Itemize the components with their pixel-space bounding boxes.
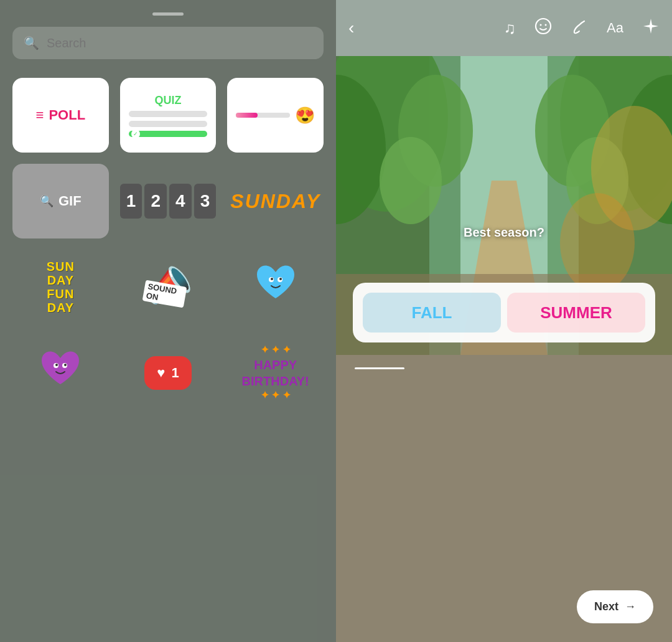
- slider-fill: [236, 113, 258, 118]
- text-icon[interactable]: Aa: [607, 20, 623, 36]
- quiz-check-icon: ✓: [131, 130, 140, 138]
- sticker-poll[interactable]: ≡ POLL: [12, 78, 109, 153]
- drag-handle[interactable]: [152, 12, 184, 16]
- slider-track: [236, 113, 290, 118]
- sfd-text-day2: DAY: [47, 301, 74, 314]
- poll-option-fall[interactable]: FALL: [363, 293, 501, 333]
- poll-options-container: FALL SUMMER: [353, 283, 655, 342]
- sticker-slider[interactable]: 😍: [227, 78, 324, 153]
- birthday-text-bday: BIRTHDAY!: [242, 373, 309, 389]
- sticker-gif[interactable]: 🔍 GIF: [12, 164, 109, 238]
- sticker-soundon[interactable]: 📣 SOUND ON: [120, 250, 217, 324]
- sticker-panel: 🔍 ≡ POLL QUIZ ✓: [0, 0, 336, 642]
- blueheart-emoji: [254, 262, 297, 313]
- sfd-text-sun: SUN: [47, 260, 75, 273]
- svg-point-2: [271, 278, 273, 280]
- sunday-text: SUNDAY: [230, 190, 320, 213]
- face-sticker-icon: [534, 17, 552, 35]
- next-button[interactable]: Next →: [577, 590, 653, 623]
- gif-label: GIF: [58, 193, 82, 209]
- story-editor: ‹ ♫ Aa: [336, 0, 672, 642]
- face-icon[interactable]: [534, 17, 552, 39]
- sticker-like[interactable]: ♥ 1: [120, 336, 217, 410]
- story-canvas: Best season? FALL SUMMER Next →: [336, 56, 672, 642]
- sparkle-icon[interactable]: [642, 17, 660, 39]
- quiz-line-green: ✓: [129, 131, 208, 137]
- sparkle-svg: [642, 17, 660, 35]
- svg-point-7: [64, 364, 67, 366]
- svg-point-3: [279, 278, 282, 280]
- back-button[interactable]: ‹: [348, 18, 354, 38]
- poll-options-row: FALL SUMMER: [363, 293, 645, 333]
- slider-emoji: 😍: [295, 106, 315, 125]
- brush-icon[interactable]: [571, 17, 588, 39]
- svg-point-8: [536, 19, 551, 34]
- poll-icon: ≡: [36, 107, 44, 123]
- like-count: 1: [171, 365, 179, 381]
- next-label: Next: [594, 600, 618, 613]
- sfd-text-fun: FUN: [47, 287, 74, 301]
- sticker-quiz[interactable]: QUIZ ✓: [120, 78, 217, 153]
- search-icon: 🔍: [24, 35, 39, 50]
- like-heart-icon: ♥: [157, 365, 165, 381]
- count-digit-1: 1: [120, 184, 142, 219]
- svg-point-9: [540, 24, 542, 26]
- bottom-area: [336, 355, 672, 400]
- birthday-stars-top: ✦ ✦ ✦: [242, 344, 309, 357]
- birthday-text-happy: HAPPY: [242, 357, 309, 373]
- stickers-grid: ≡ POLL QUIZ ✓ 😍: [12, 78, 324, 410]
- svg-point-26: [560, 193, 635, 293]
- sticker-birthday[interactable]: ✦ ✦ ✦ HAPPY BIRTHDAY! ✦ ✦ ✦: [227, 336, 324, 410]
- quiz-line-1: [129, 111, 208, 117]
- svg-point-6: [55, 364, 58, 366]
- search-input[interactable]: [47, 36, 312, 50]
- progress-line: [355, 367, 404, 369]
- top-toolbar: ‹ ♫ Aa: [336, 0, 672, 56]
- svg-point-22: [380, 137, 442, 224]
- count-digit-2: 2: [144, 184, 167, 219]
- quiz-line-2: [129, 121, 208, 127]
- count-digit-4: 3: [194, 184, 217, 219]
- quiz-label: QUIZ: [154, 94, 181, 107]
- poll-question-text: Best season?: [464, 225, 544, 240]
- sfd-text-day1: DAY: [47, 273, 74, 287]
- next-arrow-icon: →: [625, 600, 636, 613]
- sticker-blueheart[interactable]: [227, 250, 324, 324]
- sticker-sundayfunday[interactable]: SUN DAY FUN DAY: [12, 250, 109, 324]
- blueheart-svg: [254, 262, 297, 303]
- birthday-stars-bottom: ✦ ✦ ✦: [242, 389, 309, 402]
- purpleheart-svg: [39, 348, 82, 389]
- gif-search-icon: 🔍: [40, 194, 54, 208]
- purpleheart-emoji: [39, 348, 82, 398]
- svg-point-10: [545, 24, 547, 26]
- sticker-sunday-text[interactable]: SUNDAY: [227, 164, 324, 238]
- poll-label: POLL: [49, 107, 85, 123]
- count-digit-3: 4: [169, 184, 192, 219]
- music-icon[interactable]: ♫: [504, 19, 516, 38]
- story-image: Best season? FALL SUMMER: [336, 56, 672, 355]
- brush-svg: [571, 17, 588, 35]
- search-bar[interactable]: 🔍: [12, 27, 324, 59]
- poll-option-summer[interactable]: SUMMER: [507, 293, 645, 333]
- sticker-purpleheart[interactable]: [12, 336, 109, 410]
- sticker-countdown[interactable]: 1 2 4 3: [120, 164, 217, 238]
